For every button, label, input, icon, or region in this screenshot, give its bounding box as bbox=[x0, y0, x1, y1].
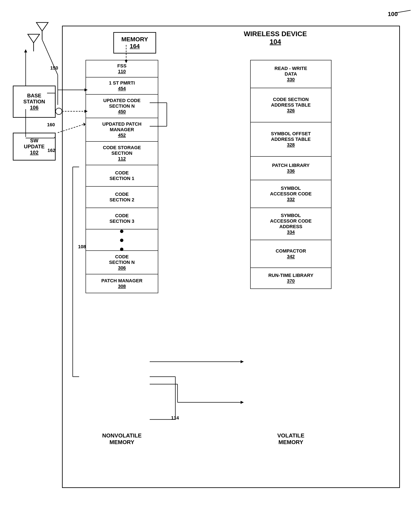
updated-patch-ref: 452 bbox=[118, 133, 126, 138]
code-section-1-block: CODESECTION 1 bbox=[86, 165, 158, 186]
code-section-n-text: CODESECTION N bbox=[109, 254, 135, 265]
ref-114-label: 114 bbox=[171, 415, 179, 421]
run-time-library-block: RUN-TIME LIBRARY 370 bbox=[250, 268, 331, 289]
compactor-text: COMPACTOR bbox=[276, 248, 306, 254]
symbol-offset-text: SYMBOL OFFSETADDRESS TABLE bbox=[271, 131, 311, 142]
code-section-n-ref: 306 bbox=[118, 265, 126, 271]
code-section-address-text: CODE SECTIONADDRESS TABLE bbox=[271, 97, 310, 108]
ref-162-label: 162 bbox=[48, 148, 55, 153]
patch-manager-block: PATCH MANAGER 308 bbox=[86, 274, 158, 293]
compactor-block: COMPACTOR 342 bbox=[250, 240, 331, 268]
patch-library-ref: 336 bbox=[287, 168, 295, 174]
patch-library-text: PATCH LIBRARY bbox=[272, 163, 310, 168]
patch-library-block: PATCH LIBRARY 336 bbox=[250, 156, 331, 180]
sw-update-ref: 102 bbox=[30, 150, 39, 155]
symbol-offset-address-table-block: SYMBOL OFFSETADDRESS TABLE 328 bbox=[250, 122, 331, 156]
symbol-accessor-code-text: SYMBOLACCESSOR CODE bbox=[270, 186, 312, 197]
code-section-3-text: CODESECTION 3 bbox=[110, 213, 134, 224]
nonvolatile-label: NONVOLATILEMEMORY bbox=[86, 432, 158, 446]
updated-patch-manager-block: UPDATED PATCHMANAGER 452 bbox=[86, 118, 158, 141]
code-storage-block: CODE STORAGESECTION 112 bbox=[86, 141, 158, 165]
ref-160-label: 160 bbox=[47, 122, 55, 127]
updated-code-text: UPDATED CODESECTION N bbox=[103, 98, 140, 109]
symbol-accessor-address-text: SYMBOLACCESSOR CODEADDRESS bbox=[270, 213, 312, 229]
sw-update-box: SWUPDATE 102 bbox=[13, 133, 55, 161]
pmrti-block: 1 ST PMRTI 454 bbox=[86, 77, 158, 94]
updated-code-ref: 450 bbox=[118, 109, 126, 114]
updated-code-section-block: UPDATED CODESECTION N 450 bbox=[86, 94, 158, 118]
sw-update-text: SWUPDATE bbox=[24, 138, 45, 150]
read-write-text: READ - WRITEDATA bbox=[275, 66, 307, 77]
symbol-accessor-address-ref: 334 bbox=[287, 229, 295, 235]
symbol-offset-ref: 328 bbox=[287, 142, 295, 148]
base-station-box: BASESTATION 106 bbox=[13, 86, 55, 118]
ref-100-label: 100 bbox=[388, 11, 398, 18]
base-station-ref: 106 bbox=[30, 105, 39, 111]
memory-ref: 164 bbox=[130, 43, 140, 50]
nonvolatile-column: FSS 110 1 ST PMRTI 454 UPDATED CODESECTI… bbox=[86, 60, 158, 293]
updated-patch-text: UPDATED PATCHMANAGER bbox=[102, 121, 141, 133]
pmrti-ref: 454 bbox=[118, 86, 126, 92]
ref-150-label: 150 bbox=[50, 65, 58, 71]
wireless-device-ref: 104 bbox=[270, 38, 281, 46]
symbol-accessor-code-address-block: SYMBOLACCESSOR CODEADDRESS 334 bbox=[250, 208, 331, 240]
pmrti-text: 1 ST PMRTI bbox=[109, 80, 135, 86]
code-section-address-ref: 326 bbox=[287, 108, 295, 113]
base-station-text: BASESTATION bbox=[23, 93, 45, 105]
volatile-label: VOLATILEMEMORY bbox=[250, 432, 331, 446]
patch-manager-text: PATCH MANAGER bbox=[101, 278, 142, 284]
code-section-3-block: CODESECTION 3 bbox=[86, 208, 158, 229]
run-time-text: RUN-TIME LIBRARY bbox=[269, 273, 314, 278]
fss-block: FSS 110 bbox=[86, 60, 158, 77]
code-section-2-block: CODESECTION 2 bbox=[86, 186, 158, 208]
run-time-ref: 370 bbox=[287, 278, 295, 284]
symbol-accessor-code-block: SYMBOLACCESSOR CODE 332 bbox=[250, 180, 331, 208]
memory-box: MEMORY 164 bbox=[113, 32, 156, 54]
compactor-ref: 342 bbox=[287, 254, 295, 259]
read-write-data-block: READ - WRITEDATA 330 bbox=[250, 60, 331, 88]
memory-text: MEMORY bbox=[122, 36, 148, 43]
patch-manager-ref: 308 bbox=[118, 284, 126, 289]
wireless-device-text: WIRELESS DEVICE bbox=[244, 30, 307, 38]
volatile-column: READ - WRITEDATA 330 CODE SECTIONADDRESS… bbox=[250, 60, 331, 289]
fss-ref: 110 bbox=[118, 69, 126, 74]
fss-text: FSS bbox=[117, 63, 127, 69]
wireless-device-label: WIRELESS DEVICE 104 bbox=[244, 30, 307, 46]
code-section-address-table-block: CODE SECTIONADDRESS TABLE 326 bbox=[250, 88, 331, 122]
read-write-ref: 330 bbox=[287, 77, 295, 82]
ref-108-label: 108 bbox=[78, 244, 86, 250]
code-storage-text: CODE STORAGESECTION bbox=[103, 145, 141, 156]
code-storage-ref: 112 bbox=[118, 156, 126, 162]
symbol-accessor-code-ref: 332 bbox=[287, 197, 295, 202]
code-section-2-text: CODESECTION 2 bbox=[110, 191, 134, 203]
code-section-n-block: CODESECTION N 306 bbox=[86, 250, 158, 274]
dots-block: ●●● bbox=[86, 229, 158, 250]
code-section-1-text: CODESECTION 1 bbox=[110, 170, 134, 181]
